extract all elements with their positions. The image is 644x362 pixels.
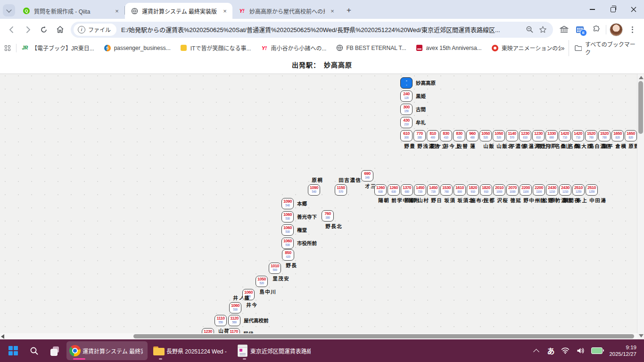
fare-box[interactable]: 25101250 — [586, 184, 598, 196]
fare-box[interactable]: 24301210 — [546, 184, 558, 196]
fare-box[interactable]: 1260630 — [388, 184, 400, 196]
forward-button[interactable] — [20, 22, 36, 38]
url-scheme-chip[interactable]: i ファイル — [74, 24, 116, 36]
scroll-up-icon[interactable] — [639, 76, 644, 79]
fare-box[interactable]: 1140570 — [506, 130, 518, 141]
task-view-button[interactable] — [45, 341, 64, 360]
fare-box[interactable]: 1050520 — [256, 276, 268, 287]
fare-box[interactable]: 20101000 — [493, 184, 505, 196]
fare-box[interactable]: 1060530 — [229, 302, 241, 313]
new-tab-button[interactable]: + — [343, 4, 355, 16]
bookmark-item[interactable]: Y!南小谷から小諸への... — [260, 44, 326, 52]
volume-button[interactable] — [576, 346, 585, 355]
minimize-button[interactable] — [582, 1, 603, 17]
fare-box[interactable]: 690340 — [361, 170, 373, 181]
fare-box[interactable]: 830410 — [453, 130, 465, 141]
tab-search-button[interactable] — [3, 4, 15, 16]
fare-box[interactable]: 1150570 — [335, 184, 347, 196]
zoom-button[interactable] — [523, 23, 536, 36]
fare-box[interactable]: 430210 — [400, 117, 413, 128]
menu-button[interactable] — [624, 22, 640, 38]
fare-box[interactable]: 1060530 — [281, 211, 294, 222]
archive-extension-button[interactable] — [556, 22, 572, 38]
vertical-scrollbar[interactable] — [637, 74, 644, 339]
fare-box[interactable]: 1820910 — [480, 184, 492, 196]
fare-box[interactable]: 22001100 — [520, 184, 532, 196]
tab-close-icon[interactable]: × — [221, 7, 229, 15]
tab-close-icon[interactable]: × — [113, 7, 121, 15]
fare-box[interactable]: 1610800 — [454, 184, 466, 196]
back-button[interactable] — [4, 22, 20, 38]
battery-icon[interactable] — [591, 347, 603, 354]
bookmark-star-button[interactable] — [536, 23, 549, 36]
scroll-left-icon[interactable] — [1, 334, 4, 339]
fare-box[interactable]: 1820910 — [467, 184, 479, 196]
fare-box[interactable]: 1090540 — [308, 184, 320, 196]
bookmark-item[interactable]: Spassenger_business... — [104, 44, 171, 52]
taskbar-app-button[interactable]: 運賃計算システム 最終実装版 — [66, 341, 148, 360]
profile-button[interactable] — [608, 22, 624, 38]
scroll-down-icon[interactable] — [639, 334, 644, 337]
fare-box[interactable]: 1010500 — [269, 263, 281, 274]
bookmarks-overflow-button[interactable]: » — [561, 44, 565, 52]
fare-box[interactable]: 1170580 — [228, 328, 240, 333]
bookmark-item[interactable]: JR【電子ブック】JR東日... — [21, 44, 94, 52]
all-bookmarks-button[interactable]: すべてのブックマーク — [569, 40, 639, 56]
url-text[interactable]: E:/始発駅からの運賃表%2020250625%20Sat/普通運賃%20202… — [121, 25, 523, 34]
fare-box[interactable]: 20701030 — [506, 184, 519, 196]
fare-box[interactable]: 1090540 — [281, 198, 294, 209]
fare-box[interactable]: 760380 — [322, 210, 334, 222]
fare-box[interactable]: 1260630 — [374, 184, 387, 196]
origin-fare-box[interactable]: -- — [400, 77, 413, 89]
fare-box[interactable]: 22001100 — [533, 184, 545, 196]
fare-box[interactable]: 1230610 — [532, 130, 545, 141]
fare-box[interactable]: 1050520 — [479, 130, 492, 141]
fare-box[interactable]: 1330660 — [545, 130, 558, 141]
browser-tab[interactable]: 運賃計算システム 最終実装版× — [125, 3, 232, 19]
fare-box[interactable]: 1650820 — [625, 130, 637, 141]
fare-box[interactable]: 1060530 — [281, 224, 294, 236]
fare-box[interactable]: 240120 — [400, 90, 413, 102]
fare-box[interactable]: 1520760 — [598, 130, 611, 141]
horizontal-scrollbar[interactable] — [0, 333, 637, 339]
fare-box[interactable]: 1230610 — [202, 328, 214, 333]
fare-box[interactable]: 1120560 — [228, 315, 240, 326]
fare-box[interactable]: 300150 — [400, 104, 413, 115]
browser-tab[interactable]: Q質問を新規作成 - Qiita× — [17, 3, 124, 19]
fare-box[interactable]: 1050520 — [493, 130, 505, 141]
start-button[interactable] — [4, 341, 23, 360]
fare-box[interactable]: 810400 — [427, 130, 439, 141]
apps-grid-icon[interactable] — [5, 45, 10, 51]
bookmark-item[interactable]: 東映アニメーションの公... — [491, 44, 561, 52]
restore-button[interactable] — [603, 1, 623, 17]
fare-box[interactable]: 830410 — [440, 130, 452, 141]
fare-box[interactable]: 1420710 — [559, 130, 571, 141]
fare-box[interactable]: 850420 — [282, 249, 294, 261]
fare-box[interactable]: 960480 — [466, 130, 479, 141]
fare-box[interactable]: 770380 — [413, 130, 426, 141]
fare-box[interactable]: 1110550 — [215, 315, 227, 326]
fare-box[interactable]: 1450720 — [414, 184, 426, 196]
table-extension-button[interactable]: E — [572, 22, 588, 38]
fare-box[interactable]: 1520760 — [585, 130, 597, 141]
clock[interactable]: 9:19 2025/12/27 — [609, 344, 636, 357]
taskbar-app-button[interactable]: 長野県 20251224 Wed - — [150, 341, 231, 360]
fare-box[interactable]: 25101250 — [572, 184, 585, 196]
taskbar-app-button[interactable]: 東京近郊区間運賃表路線 — [234, 341, 315, 360]
address-bar[interactable]: i ファイル E:/始発駅からの運賃表%2020250625%20Sat/普通運… — [71, 22, 553, 38]
fare-box[interactable]: 1530760 — [440, 184, 453, 196]
browser-tab[interactable]: Y!妙高高原から屋代高校前への乗換× — [232, 3, 340, 19]
ime-indicator[interactable]: あ — [547, 345, 554, 356]
tab-close-icon[interactable]: × — [329, 7, 336, 15]
extensions-button[interactable] — [588, 22, 604, 38]
fare-box[interactable]: 1060530 — [281, 238, 294, 249]
fare-box[interactable]: 1650820 — [611, 130, 624, 141]
fare-box[interactable]: 1420710 — [572, 130, 584, 141]
fare-box[interactable]: 610300 — [400, 130, 413, 141]
fare-box[interactable]: 1230610 — [519, 130, 531, 141]
fare-box[interactable]: 1450720 — [427, 184, 439, 196]
home-button[interactable] — [52, 22, 68, 38]
fare-box[interactable]: 24301210 — [559, 184, 571, 196]
vertical-scroll-thumb[interactable] — [638, 81, 643, 134]
search-button[interactable] — [25, 341, 43, 360]
